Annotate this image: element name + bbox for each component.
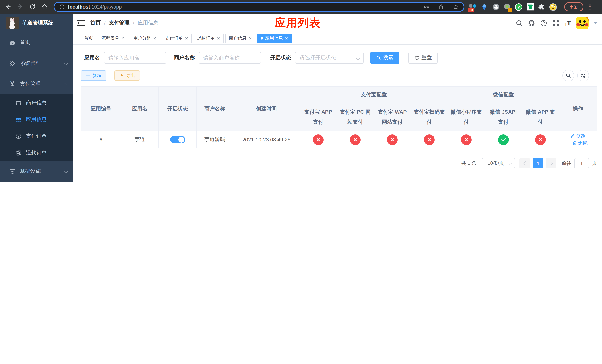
reload-icon[interactable]	[28, 2, 37, 11]
close-icon[interactable]	[185, 36, 188, 40]
export-button[interactable]: 导出	[114, 70, 140, 81]
chevron-right-icon	[549, 161, 553, 166]
tab-user-group[interactable]: 用户分组	[130, 33, 160, 43]
logo-rabbit-image	[6, 17, 19, 29]
font-size-icon[interactable]: TT	[565, 20, 571, 26]
merchant-input[interactable]	[199, 52, 261, 64]
sidebar-item-pay-order[interactable]: 支付订单	[0, 128, 73, 144]
github-icon[interactable]	[528, 20, 535, 26]
tab-app-info[interactable]: 应用信息	[257, 33, 292, 43]
sidebar-item-infra[interactable]: 基础设施	[0, 161, 73, 182]
fullscreen-icon[interactable]	[552, 20, 559, 26]
address-bar[interactable]: localhost:1024/pay/app	[54, 2, 464, 12]
sidebar-item-system[interactable]: 系统管理	[0, 53, 73, 74]
cell-alipay-pc	[337, 131, 374, 148]
col-group-alipay: 支付宝配置	[300, 86, 448, 103]
close-icon[interactable]	[121, 36, 125, 40]
tab-process-form[interactable]: 流程表单	[98, 33, 128, 43]
add-button[interactable]: 新增	[81, 70, 106, 81]
filter-actions: 搜索 重置	[370, 52, 438, 64]
sidebar-item-merchant-info[interactable]: 商户信息	[0, 95, 73, 111]
sidebar-item-home[interactable]: 首页	[0, 32, 73, 53]
search-button[interactable]: 搜索	[370, 52, 399, 64]
filter-merchant: 商户名称	[174, 52, 261, 64]
status-toggle[interactable]	[170, 136, 185, 143]
search-icon[interactable]	[516, 20, 523, 26]
browser-toolbar: localhost:1024/pay/app 10	[0, 0, 602, 14]
extension-proxy-icon[interactable]: 1	[503, 3, 511, 11]
extension-grid-icon[interactable]: 10	[469, 3, 477, 11]
app-name-label: 应用名	[85, 54, 100, 61]
share-icon[interactable]	[438, 4, 444, 10]
filter-app-name: 应用名	[85, 52, 166, 64]
edit-link[interactable]: 修改	[570, 133, 586, 139]
chevron-down-icon[interactable]	[594, 22, 598, 24]
status-x-icon	[350, 134, 361, 145]
extension-badge: 10	[468, 8, 474, 12]
bookmark-star-icon[interactable]	[453, 4, 459, 10]
status-check-icon	[498, 134, 509, 145]
browser-menu-icon[interactable]	[589, 4, 591, 10]
cell-actions: 修改 删除	[559, 131, 597, 148]
browser-update-button[interactable]: 更新	[564, 2, 583, 11]
close-icon[interactable]	[248, 36, 252, 40]
sidebar-item-dev-tools[interactable]: 研发工具	[0, 182, 73, 182]
tab-pay-order[interactable]: 支付订单	[162, 33, 192, 43]
app-logo[interactable]: 芋道管理系统	[0, 14, 73, 32]
col-wx-app: 微信 APP 支付	[522, 103, 559, 131]
app-name-input[interactable]	[104, 52, 166, 64]
status-x-icon	[535, 134, 546, 145]
extension-y-logo-icon[interactable]: y	[515, 3, 523, 11]
toggle-search-button[interactable]	[562, 70, 574, 81]
extension-puzzle-icon[interactable]	[538, 3, 546, 11]
close-icon[interactable]	[216, 36, 220, 40]
status-select[interactable]: 请选择开启状态	[295, 52, 364, 64]
reset-button[interactable]: 重置	[408, 52, 438, 64]
extension-command-icon[interactable]	[492, 3, 500, 11]
close-icon[interactable]	[285, 36, 288, 40]
app-title: 芋道管理系统	[22, 20, 53, 26]
forward-icon[interactable]	[16, 2, 24, 11]
sidebar-collapse-icon[interactable]	[77, 20, 85, 26]
url-path: :1024/pay/app	[90, 4, 122, 10]
col-alipay-qr: 支付宝扫码支付	[411, 103, 448, 131]
sidebar-item-app-info[interactable]: 应用信息	[0, 111, 73, 128]
home-icon[interactable]	[40, 2, 49, 11]
tab-merchant-info[interactable]: 商户信息	[226, 33, 256, 43]
sidebar-item-payment[interactable]: ¥ 支付管理	[0, 74, 73, 95]
prev-page-button[interactable]	[519, 158, 530, 169]
payment-submenu: 商户信息 应用信息 支付订单 退款订单	[0, 95, 73, 161]
back-icon[interactable]	[3, 2, 12, 11]
tab-refund-order[interactable]: 退款订单	[194, 33, 224, 43]
delete-link[interactable]: 删除	[572, 139, 588, 146]
status-x-icon	[313, 134, 323, 145]
site-info-icon[interactable]	[59, 4, 65, 10]
avatar[interactable]	[576, 17, 589, 29]
close-icon[interactable]	[153, 36, 157, 40]
store-icon	[14, 100, 22, 106]
cell-wx-mini	[448, 131, 485, 148]
extension-chat-icon[interactable]	[526, 3, 534, 11]
tab-home[interactable]: 首页	[81, 33, 96, 43]
col-alipay-pc: 支付宝 PC 网站支付	[337, 103, 374, 131]
goto-page-input[interactable]	[574, 158, 589, 169]
col-status: 开启状态	[159, 86, 196, 131]
col-app-name: 应用名	[121, 86, 159, 131]
page-size-select[interactable]: 10条/页	[482, 158, 515, 169]
help-icon[interactable]	[540, 20, 547, 26]
breadcrumb-home[interactable]: 首页	[90, 20, 101, 26]
tags-bar: 首页 流程表单 用户分组 支付订单 退款订单 商户信息 应用信息	[73, 32, 602, 45]
yen-icon: ¥	[8, 81, 17, 87]
page-number-1[interactable]: 1	[533, 158, 543, 169]
next-page-button[interactable]	[546, 158, 557, 169]
password-key-icon[interactable]	[424, 4, 429, 10]
extension-emoji-icon[interactable]	[549, 3, 557, 11]
sidebar-item-refund-order[interactable]: 退款订单	[0, 144, 73, 161]
breadcrumb-payment[interactable]: 支付管理	[109, 20, 129, 26]
extensions-area: 10 1 y 更新	[469, 2, 591, 11]
chevron-down-icon	[64, 60, 68, 65]
cell-alipay-wap	[374, 131, 411, 148]
status-x-icon	[424, 134, 435, 145]
extension-balloon-icon[interactable]	[480, 3, 488, 11]
refresh-table-button[interactable]	[577, 70, 589, 81]
